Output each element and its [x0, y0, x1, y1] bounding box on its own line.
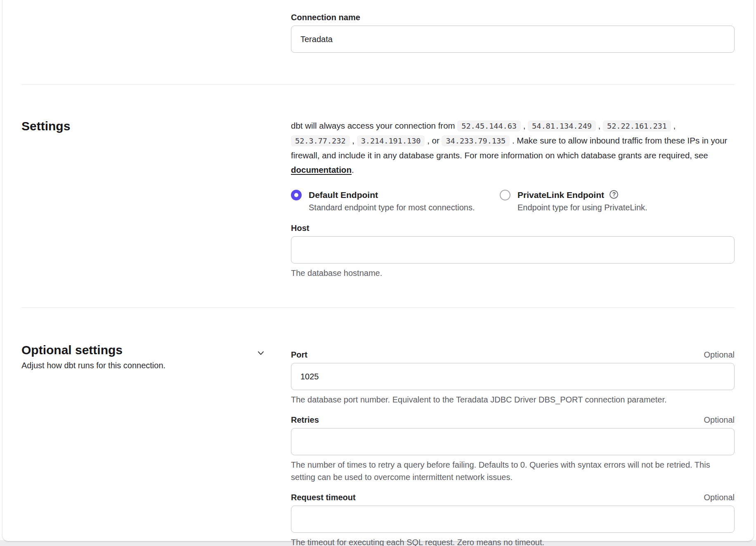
request-timeout-optional-badge: Optional — [704, 493, 735, 502]
radio-privatelink-endpoint-label: PrivateLink Endpoint — [517, 190, 604, 200]
connection-name-input[interactable] — [291, 26, 735, 53]
intro-or: , or — [427, 136, 439, 145]
intro-period: . — [352, 165, 354, 174]
request-timeout-input[interactable] — [291, 506, 735, 533]
request-timeout-field: Request timeout Optional The timeout for… — [291, 492, 735, 546]
radio-unselected-icon[interactable] — [500, 190, 510, 200]
radio-option-privatelink-endpoint[interactable]: PrivateLink Endpoint ? Endpoint type for… — [500, 189, 735, 213]
port-optional-badge: Optional — [704, 350, 735, 360]
optional-settings-heading: Optional settings — [21, 342, 266, 358]
ip-chip: 54.81.134.249 — [528, 120, 596, 132]
ip-chip: 52.3.77.232 — [291, 135, 350, 146]
endpoint-radio-group: Default Endpoint Standard endpoint type … — [291, 189, 735, 213]
connection-name-left-spacer — [21, 12, 291, 53]
request-timeout-label: Request timeout — [291, 492, 356, 503]
port-label: Port — [291, 349, 307, 360]
retries-helper-text: The number of times to retry a query bef… — [291, 459, 735, 483]
collapse-section-button[interactable] — [255, 347, 267, 359]
connection-name-field: Connection name — [291, 12, 735, 53]
documentation-link[interactable]: documentation — [291, 165, 352, 174]
intro-comma: , — [352, 136, 354, 145]
radio-default-endpoint-description: Standard endpoint type for most connecti… — [309, 202, 475, 213]
retries-field: Retries Optional The number of times to … — [291, 414, 735, 483]
retries-input[interactable] — [291, 428, 735, 455]
help-icon[interactable]: ? — [610, 190, 618, 199]
radio-default-endpoint-label: Default Endpoint — [309, 190, 378, 200]
radio-privatelink-endpoint-description: Endpoint type for using PrivateLink. — [517, 202, 647, 213]
optional-settings-fields: Port Optional The database port number. … — [291, 342, 735, 546]
ip-chip: 52.22.161.231 — [603, 120, 671, 132]
settings-card: Connection name Settings dbt will always… — [2, 0, 754, 541]
settings-heading-column: Settings — [21, 118, 291, 279]
optional-settings-heading-column: Optional settings Adjust how dbt runs fo… — [21, 342, 291, 546]
request-timeout-helper-text: The timeout for executing each SQL reque… — [291, 536, 735, 546]
ip-chip: 3.214.191.130 — [357, 135, 425, 146]
port-helper-text: The database port number. Equivalent to … — [291, 393, 735, 406]
port-input[interactable] — [291, 363, 735, 390]
retries-label: Retries — [291, 414, 319, 426]
host-label: Host — [291, 222, 735, 234]
ip-chip: 52.45.144.63 — [457, 120, 521, 132]
host-helper-text: The database hostname. — [291, 267, 735, 279]
intro-comma: , — [523, 121, 526, 130]
connection-settings-page: Connection name Settings dbt will always… — [0, 0, 756, 546]
host-input[interactable] — [291, 236, 735, 264]
ip-chip: 34.233.79.135 — [442, 135, 510, 146]
chevron-down-icon — [255, 347, 267, 359]
optional-settings-subtitle: Adjust how dbt runs for this connection. — [21, 360, 266, 371]
intro-comma: , — [598, 121, 601, 130]
settings-section: Settings dbt will always access your con… — [21, 85, 735, 307]
settings-heading: Settings — [21, 118, 291, 134]
port-field: Port Optional The database port number. … — [291, 349, 735, 406]
retries-optional-badge: Optional — [704, 415, 735, 425]
radio-option-default-endpoint[interactable]: Default Endpoint Standard endpoint type … — [291, 189, 500, 213]
intro-prefix: dbt will always access your connection f… — [291, 121, 455, 130]
connection-name-label: Connection name — [291, 12, 735, 23]
settings-content-column: dbt will always access your connection f… — [291, 118, 735, 279]
intro-comma: , — [673, 121, 676, 130]
ip-allowlist-text: dbt will always access your connection f… — [291, 118, 735, 177]
connection-name-section: Connection name — [21, 0, 735, 84]
host-field: Host The database hostname. — [291, 222, 735, 279]
radio-selected-icon[interactable] — [291, 190, 302, 200]
optional-settings-section: Optional settings Adjust how dbt runs fo… — [21, 308, 735, 546]
